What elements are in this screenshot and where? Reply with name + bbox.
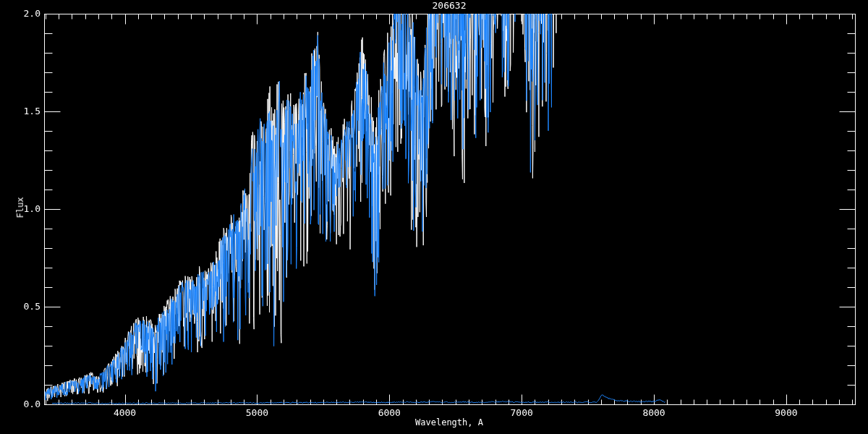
y-tick-label: 1.5 [0, 106, 41, 116]
spectrum-figure: 206632 Wavelength, A Flux 40005000600070… [0, 0, 868, 434]
y-tick-label: 0.5 [0, 302, 41, 312]
plot-title: 206632 [232, 1, 666, 11]
x-tick-label: 7000 [500, 408, 543, 418]
x-tick-label: 4000 [103, 408, 147, 418]
y-tick-label: 1.0 [0, 204, 41, 214]
y-tick-label: 2.0 [0, 9, 41, 19]
x-tick-label: 6000 [367, 408, 411, 418]
spectrum-plot-canvas [0, 0, 868, 434]
x-axis-title: Wavelength, A [232, 417, 666, 427]
y-tick-label: 0.0 [0, 399, 41, 409]
x-tick-label: 8000 [632, 408, 676, 418]
x-tick-label: 9000 [765, 408, 808, 418]
x-tick-label: 5000 [235, 408, 278, 418]
